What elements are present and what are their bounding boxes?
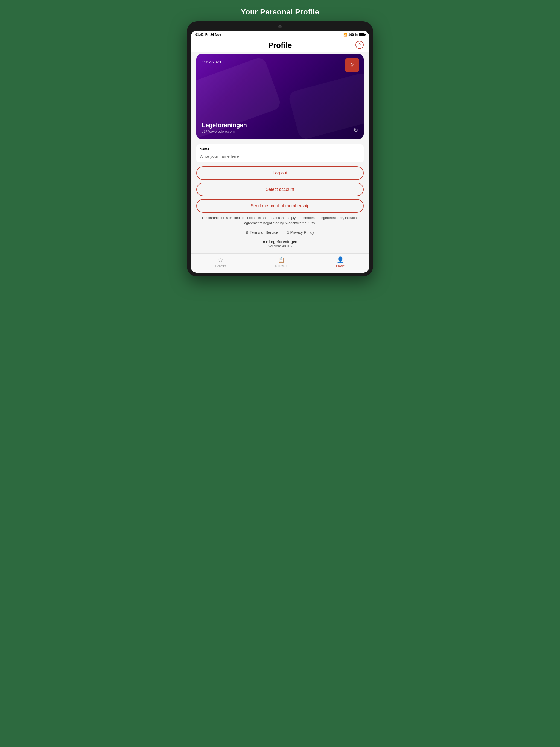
- name-input[interactable]: [200, 153, 360, 160]
- external-link-icon-1: ⧉: [246, 230, 248, 235]
- battery-percent: 100 %: [348, 33, 358, 36]
- profile-icon: 👤: [337, 256, 344, 264]
- name-label: Name: [200, 147, 360, 151]
- privacy-policy-link[interactable]: ⧉ Privacy Policy: [286, 230, 314, 235]
- name-section: Name: [196, 145, 364, 162]
- app-title: Profile: [268, 41, 292, 50]
- wifi-icon: 📶: [343, 33, 347, 36]
- privacy-label: Privacy Policy: [290, 230, 314, 235]
- tab-profile-label: Profile: [336, 264, 345, 268]
- battery-icon: [359, 33, 365, 36]
- main-content: 11/24/2023 ⚕ Legeforeningen c1@coveredpr…: [191, 52, 369, 273]
- card-logo: ⚕: [345, 58, 359, 72]
- tab-bar: ☆ Benefits 📋 Relevant 👤 Profile: [191, 254, 369, 273]
- card-date: 11/24/2023: [202, 60, 221, 64]
- card-email: c1@coveredpro.com: [202, 129, 247, 133]
- refresh-icon[interactable]: ↻: [354, 127, 358, 133]
- status-date: Fri 24 Nov: [205, 33, 221, 36]
- camera: [278, 25, 282, 28]
- external-link-icon-2: ⧉: [286, 230, 289, 235]
- device-frame: 01:42 Fri 24 Nov 📶 100 % Profile ? 11/24…: [187, 21, 373, 277]
- help-icon: ?: [358, 43, 361, 47]
- tab-benefits[interactable]: ☆ Benefits: [210, 255, 232, 269]
- help-button[interactable]: ?: [355, 41, 364, 49]
- card-org-name: Legeforeningen: [202, 122, 247, 129]
- app-header: Profile ?: [191, 38, 369, 52]
- terms-of-service-link[interactable]: ⧉ Terms of Service: [246, 230, 278, 235]
- card-logo-icon: ⚕: [351, 61, 354, 69]
- page-title: Your Personal Profile: [0, 8, 560, 17]
- card-bottom: Legeforeningen c1@coveredpro.com ↻: [202, 122, 358, 133]
- info-text: The cardholder is entitled to all benefi…: [196, 215, 364, 226]
- app-info: A+ Legeforeningen Version: 48.0.5: [196, 239, 364, 248]
- relevant-icon: 📋: [278, 257, 285, 263]
- benefits-icon: ☆: [218, 256, 223, 264]
- links-row: ⧉ Terms of Service ⧉ Privacy Policy: [196, 230, 364, 235]
- status-bar: 01:42 Fri 24 Nov 📶 100 %: [191, 31, 369, 38]
- app-version: Version: 48.0.5: [196, 244, 364, 248]
- status-time: 01:42: [195, 33, 204, 36]
- app-name: A+ Legeforeningen: [196, 239, 364, 244]
- device-screen: 01:42 Fri 24 Nov 📶 100 % Profile ? 11/24…: [191, 31, 369, 273]
- logout-button[interactable]: Log out: [196, 166, 364, 180]
- proof-of-membership-button[interactable]: Send me proof of membership: [196, 199, 364, 213]
- select-account-button[interactable]: Select account: [196, 183, 364, 196]
- tab-benefits-label: Benefits: [215, 264, 226, 268]
- membership-card: 11/24/2023 ⚕ Legeforeningen c1@coveredpr…: [196, 54, 364, 139]
- tab-profile[interactable]: 👤 Profile: [331, 255, 350, 269]
- tab-relevant[interactable]: 📋 Relevant: [270, 256, 292, 268]
- terms-label: Terms of Service: [250, 230, 278, 235]
- tab-relevant-label: Relevant: [275, 264, 287, 267]
